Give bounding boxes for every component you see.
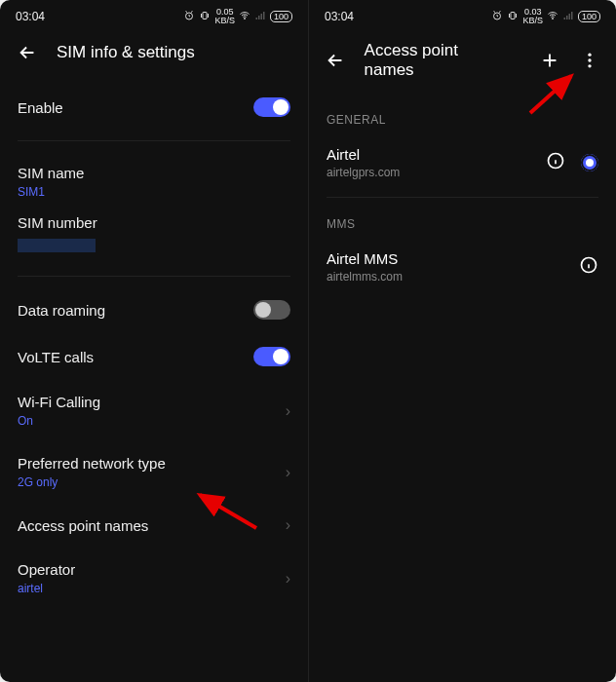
status-time: 03:04 — [16, 10, 45, 23]
row-access-point-names[interactable]: Access point names › — [18, 503, 290, 548]
vibrate-icon — [507, 10, 519, 23]
apn-item-airtel[interactable]: Airtel airtelgprs.com — [309, 134, 616, 191]
data-roaming-toggle[interactable] — [253, 300, 290, 320]
enable-label: Enable — [18, 99, 63, 116]
pref-network-label: Preferred network type — [18, 455, 166, 472]
signal-icon — [254, 10, 266, 23]
divider — [18, 276, 290, 277]
row-preferred-network[interactable]: Preferred network type 2G only › — [18, 441, 290, 503]
operator-label: Operator — [18, 561, 75, 578]
row-sim-name[interactable]: SIM name SIM1 — [18, 151, 290, 207]
apn-label: Access point names — [18, 517, 148, 534]
page-title: SIM info & settings — [57, 43, 195, 62]
signal-icon — [562, 10, 574, 23]
add-button[interactable] — [539, 49, 561, 72]
row-operator[interactable]: Operator airtel › — [18, 548, 290, 609]
screen-apn: 03:04 0.03 KB/S 100 Access point n — [308, 0, 616, 682]
svg-point-6 — [588, 54, 591, 57]
info-icon[interactable] — [579, 255, 598, 279]
wifi-icon — [239, 10, 250, 23]
status-time: 03:04 — [325, 10, 354, 23]
divider — [18, 140, 290, 141]
battery-indicator: 100 — [578, 11, 600, 22]
apn-item-airtel-mms[interactable]: Airtel MMS airtelmms.com — [309, 239, 616, 295]
volte-toggle[interactable] — [253, 347, 290, 366]
chevron-right-icon: › — [286, 516, 290, 534]
svg-point-7 — [588, 58, 591, 61]
svg-rect-1 — [203, 13, 207, 19]
statusbar: 03:04 0.03 KB/S 100 — [309, 0, 616, 31]
svg-point-5 — [552, 19, 553, 19]
divider — [327, 197, 598, 198]
alarm-icon — [183, 10, 195, 23]
apn-radio[interactable] — [581, 154, 598, 171]
sim-name-value: SIM1 — [18, 185, 84, 199]
operator-value: airtel — [18, 582, 75, 595]
row-sim-number[interactable]: SIM number — [18, 207, 290, 266]
info-icon[interactable] — [546, 151, 565, 174]
alarm-icon — [491, 10, 503, 23]
appbar: Access point names — [309, 31, 616, 99]
apn-title: Airtel MMS — [327, 250, 579, 267]
svg-point-2 — [244, 19, 245, 19]
svg-point-8 — [588, 64, 591, 67]
wifi-calling-label: Wi-Fi Calling — [18, 394, 100, 410]
apn-sub: airtelmms.com — [327, 270, 579, 284]
apn-sub: airtelgprs.com — [327, 166, 546, 179]
wifi-calling-value: On — [18, 414, 100, 428]
svg-rect-4 — [511, 13, 515, 19]
page-title: Access point names — [365, 41, 504, 80]
section-header-general: GENERAL — [309, 99, 616, 134]
more-menu-button[interactable] — [578, 49, 600, 72]
data-roaming-label: Data roaming — [18, 302, 105, 319]
section-header-mms: MMS — [309, 204, 616, 239]
row-enable[interactable]: Enable — [18, 84, 290, 131]
sim-number-value-redacted — [18, 239, 96, 252]
row-wifi-calling[interactable]: Wi-Fi Calling On › — [18, 380, 290, 441]
pref-network-value: 2G only — [18, 475, 166, 489]
vibrate-icon — [199, 10, 211, 23]
appbar: SIM info & settings — [0, 31, 308, 84]
chevron-right-icon: › — [286, 570, 290, 587]
screen-sim-settings: 03:04 0.05 KB/S 100 SIM info & set — [0, 0, 308, 682]
wifi-icon — [547, 10, 558, 23]
sim-number-label: SIM number — [18, 214, 97, 231]
back-button[interactable] — [16, 41, 39, 64]
apn-title: Airtel — [327, 146, 546, 163]
row-data-roaming[interactable]: Data roaming — [18, 286, 290, 333]
chevron-right-icon: › — [286, 464, 290, 481]
battery-indicator: 100 — [270, 11, 292, 22]
status-net-unit: KB/S — [522, 17, 543, 25]
statusbar: 03:04 0.05 KB/S 100 — [0, 0, 308, 31]
status-net-unit: KB/S — [214, 17, 235, 25]
back-button[interactable] — [325, 49, 347, 72]
row-volte[interactable]: VoLTE calls — [18, 333, 290, 380]
volte-label: VoLTE calls — [18, 349, 94, 365]
sim-name-label: SIM name — [18, 165, 84, 181]
enable-toggle[interactable] — [253, 97, 290, 117]
chevron-right-icon: › — [286, 402, 290, 420]
